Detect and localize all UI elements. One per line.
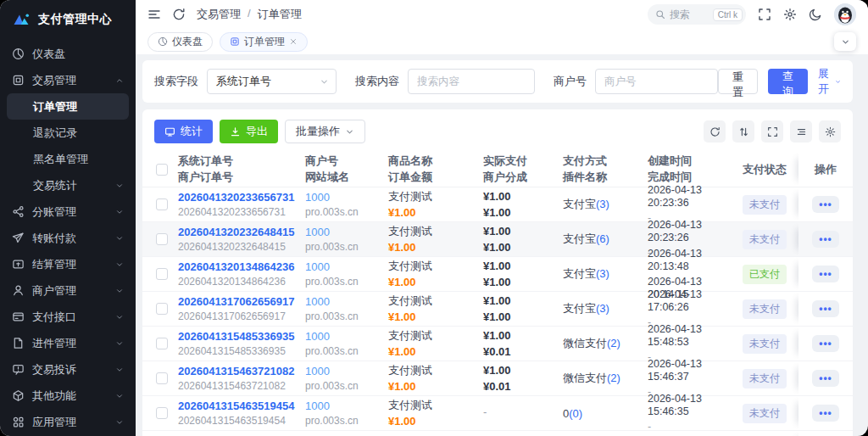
sidebar-item-label: 应用管理 (32, 415, 76, 430)
page-content: 搜索字段 系统订单号 搜索内容 商户号 重置 查询 展开 (136, 54, 868, 436)
send-icon (12, 232, 25, 244)
system-order-no-link[interactable]: 2026041315463721082 (178, 365, 305, 378)
sidebar-item[interactable]: 进件管理 (0, 330, 136, 356)
sidebar-item[interactable]: 支付接口 (0, 304, 136, 330)
sidebar: 支付管理中心 仪表盘 交易管理 订单管理 退款记录 黑名单管理 交易统计 (0, 0, 136, 436)
plugin-count-link[interactable]: (3) (596, 302, 609, 315)
created-time: 2026-04-13 15:48:53 (648, 323, 743, 349)
system-order-no-link[interactable]: 2026041317062656917 (178, 295, 305, 309)
merchant-no-link[interactable]: 1000 (305, 330, 388, 344)
refresh-page-icon[interactable] (172, 8, 186, 21)
row-checkbox[interactable] (156, 407, 168, 419)
row-actions-button[interactable]: ••• (812, 335, 839, 352)
merchant-no-link[interactable]: 1000 (305, 191, 388, 204)
merchant-no-link[interactable]: 1000 (305, 260, 388, 274)
search-content-label: 搜索内容 (355, 74, 399, 89)
sidebar-subitem[interactable]: 黑名单管理 (0, 146, 136, 172)
tab-order-management[interactable]: 订单管理 (220, 32, 308, 52)
row-checkbox[interactable] (156, 303, 168, 315)
actual-paid: ¥1.00 (483, 190, 563, 204)
plugin-count-link[interactable]: (2) (607, 372, 620, 384)
sidebar-item[interactable]: 其他功能 (0, 383, 136, 409)
menu-fold-icon[interactable] (147, 8, 161, 21)
tab-dashboard[interactable]: 仪表盘 (147, 32, 213, 52)
table-row: 2026041315463519454 2026041315463519454 … (142, 396, 853, 431)
row-checkbox[interactable] (156, 233, 168, 245)
sidebar-item[interactable]: 结算管理 (0, 251, 136, 277)
row-checkbox[interactable] (156, 198, 168, 210)
sidebar-item[interactable]: 交易投诉 (0, 356, 136, 383)
row-actions-button[interactable]: ••• (812, 266, 839, 282)
row-actions-button[interactable]: ••• (812, 370, 839, 387)
merchant-no-input[interactable] (595, 69, 718, 94)
plugin-count-link[interactable]: (3) (596, 198, 609, 210)
table-settings-button[interactable] (819, 120, 841, 143)
system-order-no-link[interactable]: 2026041315463519454 (178, 400, 305, 413)
row-checkbox[interactable] (156, 338, 168, 349)
order-amount: ¥1.00 (388, 206, 483, 220)
sidebar-subitem[interactable]: 退款记录 (0, 120, 136, 146)
plugin-count-link[interactable]: (2) (607, 337, 620, 349)
payment-method: 支付宝 (563, 198, 596, 210)
expand-filters-link[interactable]: 展开 (818, 66, 841, 97)
sidebar-item[interactable]: 应用管理 (0, 409, 136, 435)
row-actions-button[interactable]: ••• (812, 300, 839, 317)
sidebar-item-label: 转账付款 (32, 231, 76, 246)
merchant-no-link[interactable]: 1000 (305, 226, 388, 239)
reset-button[interactable]: 重置 (718, 69, 758, 94)
table-toolbar-icons (704, 120, 841, 143)
density-lines-icon (796, 126, 807, 137)
merchant-no-link[interactable]: 1000 (305, 400, 388, 413)
table-sort-button[interactable] (732, 120, 754, 143)
sidebar-item[interactable]: 分账管理 (0, 198, 136, 225)
fullscreen-icon[interactable] (758, 8, 771, 21)
status-badge: 未支付 (743, 195, 787, 215)
row-actions-button[interactable]: ••• (812, 231, 839, 248)
table-row: 支付测试 2026-04-13 15:39:43 ••• (142, 431, 853, 436)
breadcrumb-parent[interactable]: 交易管理 (197, 7, 241, 22)
column-merchant: 商户号网站域名 (305, 154, 388, 183)
settings-gear-icon[interactable] (783, 8, 797, 21)
merchant-share: ¥1.00 (483, 310, 563, 324)
sidebar-item[interactable]: 商户管理 (0, 277, 136, 304)
system-order-no-link[interactable]: 2026041315485336935 (178, 330, 305, 344)
sidebar-subitem-label: 退款记录 (33, 126, 77, 141)
global-search[interactable]: 搜索 Ctrl k (648, 4, 746, 25)
table-fullscreen-button[interactable] (761, 120, 783, 143)
export-button[interactable]: 导出 (220, 120, 278, 143)
plugin-count-link[interactable]: (6) (596, 232, 609, 245)
statistics-button[interactable]: 统计 (154, 120, 213, 143)
tabs-dropdown-button[interactable] (834, 32, 856, 51)
row-actions-button[interactable]: ••• (812, 196, 839, 213)
tab-label: 仪表盘 (172, 35, 203, 49)
sidebar-subitem[interactable]: 订单管理 (7, 93, 129, 120)
dark-mode-moon-icon[interactable] (809, 8, 822, 21)
batch-operations-button[interactable]: 批量操作 (285, 120, 365, 143)
row-checkbox[interactable] (156, 372, 168, 384)
plugin-count-link[interactable]: (3) (596, 267, 609, 280)
sidebar-item[interactable]: 仪表盘 (0, 41, 136, 67)
search-field-select[interactable]: 系统订单号 (207, 69, 337, 94)
sidebar-item[interactable]: 转账付款 (0, 225, 136, 251)
system-order-no-link[interactable]: 2026041320232648415 (178, 226, 305, 239)
system-order-no-link[interactable]: 2026041320233656731 (178, 191, 305, 204)
status-badge: 未支付 (743, 299, 787, 319)
plugin-count-link[interactable]: (0) (569, 407, 582, 420)
tab-close-icon[interactable] (289, 37, 298, 46)
query-button[interactable]: 查询 (768, 69, 808, 94)
merchant-no-link[interactable]: 1000 (305, 365, 388, 378)
row-actions-button[interactable]: ••• (812, 405, 839, 422)
row-checkbox[interactable] (156, 268, 168, 280)
table-density-button[interactable] (790, 120, 812, 143)
system-order-no-link[interactable]: 2026041320134864236 (178, 260, 305, 274)
orders-table: 系统订单号商户订单号 商户号网站域名 商品名称订单金额 实际支付商户分成 支付方… (142, 152, 853, 436)
sidebar-item[interactable]: 交易管理 (0, 67, 136, 93)
merchant-no-link[interactable]: 1000 (305, 295, 388, 309)
sidebar-subitem[interactable]: 交易统计 (0, 172, 136, 198)
search-content-input[interactable] (408, 69, 535, 94)
table-refresh-button[interactable] (704, 120, 726, 143)
app-logo[interactable]: 支付管理中心 (0, 2, 136, 37)
user-avatar[interactable] (834, 3, 856, 25)
topbar: 交易管理 / 订单管理 搜索 Ctrl k (136, 0, 868, 29)
select-all-checkbox[interactable] (156, 164, 168, 176)
